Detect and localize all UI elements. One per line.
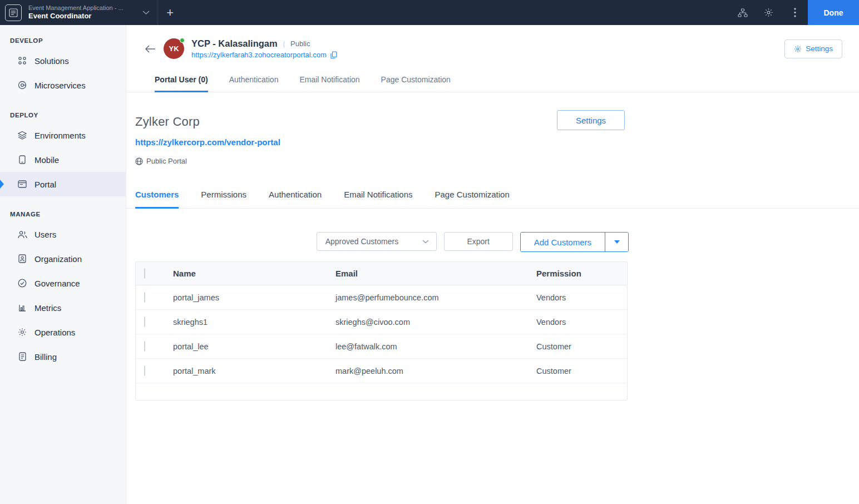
hierarchy-icon[interactable] xyxy=(729,0,756,25)
sidebar-item-portal[interactable]: Portal xyxy=(0,172,126,196)
cell-permission: Customer xyxy=(536,367,627,375)
tab-email-notification[interactable]: Email Notification xyxy=(299,70,359,92)
mobile-icon xyxy=(17,155,27,164)
portal-public-url-link[interactable]: https://zylkercorp.com/vendor-portal xyxy=(135,137,859,147)
select-all-checkbox[interactable] xyxy=(144,268,145,279)
row-checkbox[interactable] xyxy=(144,341,145,352)
copy-icon[interactable] xyxy=(330,51,337,59)
cell-email: james@perfumebounce.com xyxy=(335,293,536,302)
chevron-down-icon[interactable] xyxy=(142,11,150,15)
tab-customer-page-customization[interactable]: Page Customization xyxy=(435,184,510,208)
sidebar-item-label: Operations xyxy=(34,328,75,337)
add-customers-button[interactable]: Add Customers xyxy=(521,233,605,251)
sidebar-item-label: Metrics xyxy=(34,303,61,313)
export-button[interactable]: Export xyxy=(444,232,513,251)
app-title: Event Management Application - ... xyxy=(28,4,124,12)
sidebar-item-microservices[interactable]: Microservices xyxy=(0,73,126,97)
tab-authentication[interactable]: Authentication xyxy=(229,70,279,92)
portal-url-link[interactable]: https://zylkerfarah3.zohocreatorportal.c… xyxy=(191,51,327,59)
cell-name: portal_lee xyxy=(173,342,335,351)
users-icon xyxy=(17,230,27,239)
governance-icon xyxy=(17,279,27,288)
column-header-permission: Permission xyxy=(536,269,627,278)
tab-customer-authentication[interactable]: Authentication xyxy=(269,184,322,208)
tab-permissions[interactable]: Permissions xyxy=(201,184,246,208)
table-row[interactable]: portal_james james@perfumebounce.com Ven… xyxy=(136,285,627,310)
sidebar-section-manage: MANAGE Users Organization Governance xyxy=(0,211,126,369)
sidebar-item-organization[interactable]: Organization xyxy=(0,246,126,271)
tab-customers[interactable]: Customers xyxy=(135,184,179,208)
cell-email: mark@peeluh.com xyxy=(335,367,536,375)
sidebar-item-label: Billing xyxy=(34,352,57,362)
portal-name: Zylker Corp xyxy=(135,115,859,129)
chevron-down-icon xyxy=(422,240,429,244)
sidebar-item-mobile[interactable]: Mobile xyxy=(0,147,126,172)
sidebar-item-label: Mobile xyxy=(34,155,59,165)
sidebar-item-billing[interactable]: Billing xyxy=(0,344,126,369)
portal-icon xyxy=(17,180,27,188)
customer-toolbar: Approved Customers Export Add Customers xyxy=(126,232,629,252)
solutions-icon xyxy=(17,56,27,65)
topbar-left: Event Management Application - ... Event… xyxy=(0,0,182,25)
table-body: portal_james james@perfumebounce.com Ven… xyxy=(136,285,627,383)
app-title-block: Event Management Application - ... Event… xyxy=(28,4,124,21)
add-tab-button[interactable]: + xyxy=(158,6,182,20)
tab-page-customization[interactable]: Page Customization xyxy=(381,70,451,92)
environments-icon xyxy=(17,131,27,140)
row-checkbox[interactable] xyxy=(144,365,145,376)
microservices-icon xyxy=(17,81,27,90)
caret-down-icon xyxy=(614,240,620,244)
filter-selected-value: Approved Customers xyxy=(325,237,399,246)
cell-email: lee@fatwalk.com xyxy=(335,342,536,351)
cell-permission: Vendors xyxy=(536,293,627,302)
table-header-row: Name Email Permission xyxy=(136,262,627,285)
gear-icon xyxy=(794,45,802,53)
table-row[interactable]: portal_mark mark@peeluh.com Customer xyxy=(136,359,627,383)
sidebar-item-governance[interactable]: Governance xyxy=(0,271,126,295)
back-arrow-icon[interactable] xyxy=(145,45,156,53)
page-header: YK YCP - Kalasalingam | Public https://z… xyxy=(126,25,859,59)
tab-portal-user[interactable]: Portal User (0) xyxy=(155,70,208,92)
globe-icon xyxy=(135,157,143,165)
sidebar-item-operations[interactable]: Operations xyxy=(0,320,126,344)
main-content: YK YCP - Kalasalingam | Public https://z… xyxy=(126,25,859,504)
portal-info-section: Zylker Corp https://zylkercorp.com/vendo… xyxy=(126,92,859,165)
sidebar-section-label: MANAGE xyxy=(0,211,126,222)
cell-name: portal_mark xyxy=(173,367,335,375)
sidebar-item-label: Environments xyxy=(34,131,86,140)
page-title: YCP - Kalasalingam xyxy=(191,38,278,49)
table-row[interactable]: portal_lee lee@fatwalk.com Customer xyxy=(136,334,627,359)
cell-email: skrieghs@civoo.com xyxy=(335,318,536,327)
row-checkbox[interactable] xyxy=(144,292,145,303)
topbar-right: Done xyxy=(729,0,859,25)
column-header-name: Name xyxy=(173,269,335,278)
sidebar-item-solutions[interactable]: Solutions xyxy=(0,48,126,73)
sidebar-section-label: DEPLOY xyxy=(0,112,126,123)
portal-settings-button[interactable]: Settings xyxy=(557,110,625,130)
add-customers-dropdown-button[interactable] xyxy=(605,233,628,251)
sidebar-item-label: Organization xyxy=(34,254,82,264)
sidebar-item-label: Microservices xyxy=(34,81,86,90)
settings-button-label: Settings xyxy=(806,45,833,53)
settings-button-top[interactable]: Settings xyxy=(784,39,842,58)
topbar: Event Management Application - ... Event… xyxy=(0,0,859,25)
sidebar-section-label: DEVELOP xyxy=(0,37,126,48)
cell-name: skrieghs1 xyxy=(173,318,335,327)
row-checkbox[interactable] xyxy=(144,317,145,327)
sidebar-item-metrics[interactable]: Metrics xyxy=(0,295,126,320)
cell-name: portal_james xyxy=(173,293,335,302)
sidebar-item-users[interactable]: Users xyxy=(0,222,126,246)
sidebar-item-label: Users xyxy=(34,230,56,239)
sidebar-section-develop: DEVELOP Solutions Microservices xyxy=(0,37,126,97)
customer-filter-dropdown[interactable]: Approved Customers xyxy=(317,232,437,251)
more-options-icon[interactable] xyxy=(782,0,808,25)
portal-title-block: YCP - Kalasalingam | Public https://zylk… xyxy=(191,38,337,59)
add-customers-split-button: Add Customers xyxy=(520,232,629,252)
table-row[interactable]: skrieghs1 skrieghs@civoo.com Vendors xyxy=(136,310,627,334)
done-button[interactable]: Done xyxy=(808,0,859,25)
tab-email-notifications[interactable]: Email Notifications xyxy=(344,184,412,208)
app-logo-icon[interactable] xyxy=(5,4,22,21)
settings-gear-icon[interactable] xyxy=(756,0,782,25)
sidebar-item-environments[interactable]: Environments xyxy=(0,123,126,147)
online-status-dot xyxy=(180,38,185,43)
